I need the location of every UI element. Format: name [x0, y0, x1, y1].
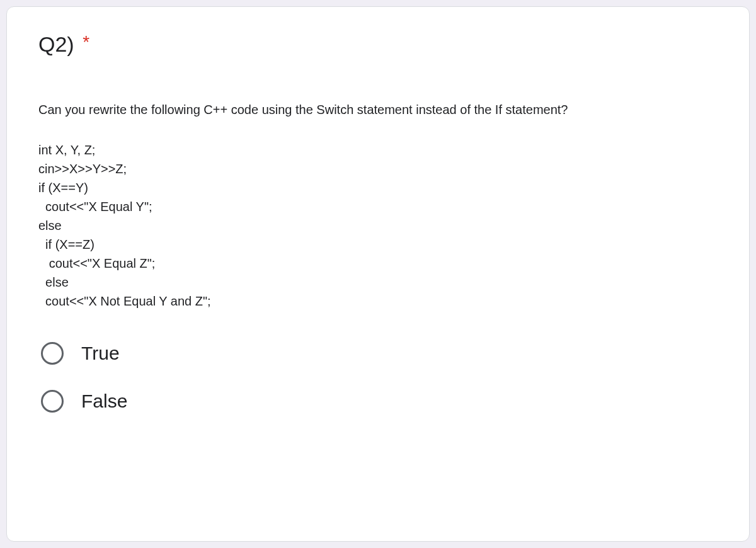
question-card: Q2) * Can you rewrite the following C++ …: [6, 6, 750, 542]
code-line: else: [38, 216, 718, 235]
option-true[interactable]: True: [38, 342, 718, 365]
options-container: True False: [38, 342, 718, 413]
question-number: Q2): [38, 32, 74, 56]
option-label: True: [81, 343, 120, 364]
code-line: cout<<"X Equal Y";: [38, 197, 718, 216]
code-line: cout<<"X Not Equal Y and Z";: [38, 292, 718, 311]
question-body: Can you rewrite the following C++ code u…: [38, 101, 718, 413]
option-label: False: [81, 391, 127, 412]
code-line: int X, Y, Z;: [38, 140, 718, 159]
question-title: Q2) *: [38, 32, 718, 57]
code-line: cout<<"X Equal Z";: [38, 254, 718, 273]
code-line: cin>>X>>Y>>Z;: [38, 159, 718, 178]
code-line: if (X==Z): [38, 235, 718, 254]
required-star-icon: *: [83, 32, 89, 52]
radio-icon[interactable]: [41, 390, 64, 413]
code-block: int X, Y, Z; cin>>X>>Y>>Z; if (X==Y) cou…: [38, 140, 718, 311]
code-line: else: [38, 273, 718, 292]
option-false[interactable]: False: [38, 390, 718, 413]
code-line: if (X==Y): [38, 178, 718, 197]
question-prompt: Can you rewrite the following C++ code u…: [38, 101, 718, 118]
radio-icon[interactable]: [41, 342, 64, 365]
